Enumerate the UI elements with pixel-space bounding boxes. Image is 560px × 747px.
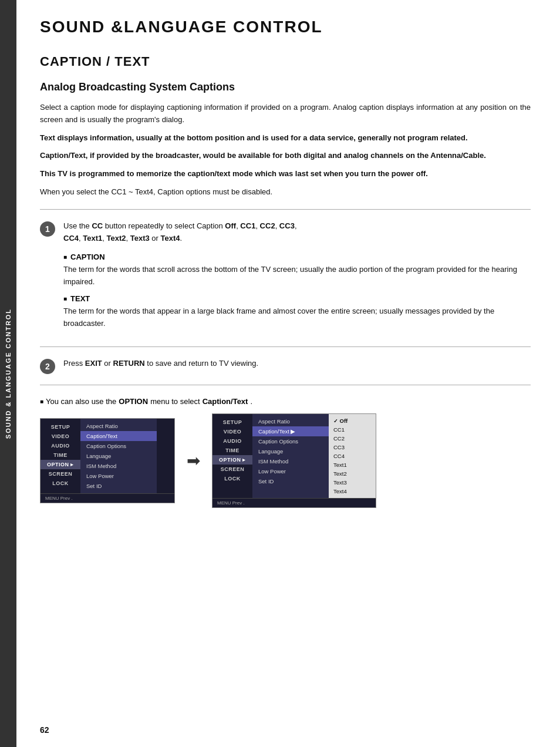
menu-item-option: OPTION ▸ — [41, 460, 80, 469]
step-2-text: Press EXIT or RETURN to save and return … — [63, 358, 531, 370]
submenu-text2: Text2 — [329, 469, 376, 478]
menu-right-captoptions: Caption Options — [80, 441, 157, 451]
tv-menu-2-left: SETUP VIDEO AUDIO TIME OPTION ▸ SCREEN L… — [212, 414, 252, 498]
paragraph-3: Caption/Text, if provided by the broadca… — [40, 150, 531, 162]
menu-right-caption: Caption/Text — [80, 431, 157, 441]
step-1: 1 Use the CC button repeatedly to select… — [40, 220, 531, 336]
text-term: TEXT The term for the words that appear … — [63, 294, 531, 330]
option-note: You can also use the OPTION menu to sele… — [40, 396, 531, 408]
tv-menu-2-middle: Aspect Ratio Caption/Text ▶ Caption Opti… — [252, 414, 329, 498]
menu-item-screen: SCREEN — [41, 469, 80, 479]
submenu-cc4: CC4 — [329, 452, 376, 460]
sidebar-label: SOUND & LANGUAGE CONTROL — [5, 308, 12, 439]
submenu-off: Off — [329, 416, 376, 425]
menu-screenshot-2: SETUP VIDEO AUDIO TIME OPTION ▸ SCREEN L… — [212, 413, 376, 508]
page-title: SOUND &LANGUAGE CONTROL — [40, 18, 531, 36]
tv-menu-1: SETUP VIDEO AUDIO TIME OPTION ▸ SCREEN L… — [40, 418, 175, 503]
tv-menu-2-bottom: MENU Prev . — [212, 498, 376, 507]
text-desc: The term for the words that appear in a … — [63, 305, 531, 330]
menu2-lock: LOCK — [212, 474, 252, 483]
caption-term: CAPTION The term for the words that scro… — [63, 253, 531, 288]
menu2-right-captoptions: Caption Options — [252, 436, 329, 446]
menu-item-video: VIDEO — [41, 432, 80, 441]
menu2-option: OPTION ▸ — [212, 455, 252, 465]
page-number: 62 — [40, 725, 49, 735]
menu2-right-language: Language — [252, 446, 329, 456]
menu2-setup: SETUP — [212, 418, 252, 427]
menu2-right-aspect: Aspect Ratio — [252, 416, 329, 426]
step-2-circle: 2 — [40, 359, 55, 374]
paragraph-2: Text displays information, usually at th… — [40, 132, 531, 144]
tv-menu-2-submenu: Off CC1 CC2 CC3 CC4 Text1 Text2 Text3 Te… — [329, 414, 376, 498]
step-2-content: Press EXIT or RETURN to save and return … — [63, 358, 531, 370]
step-1-circle: 1 — [40, 221, 55, 237]
menu-right-aspect: Aspect Ratio — [80, 421, 157, 431]
caption-label: CAPTION — [63, 253, 531, 261]
step-2: 2 Press EXIT or RETURN to save and retur… — [40, 358, 531, 374]
menu2-right-caption: Caption/Text ▶ — [252, 426, 329, 436]
menu-item-time: TIME — [41, 450, 80, 460]
menu2-audio: AUDIO — [212, 436, 252, 446]
submenu-text1: Text1 — [329, 460, 376, 469]
submenu-text4: Text4 — [329, 487, 376, 496]
paragraph-5: When you select the CC1 ~ Text4, Caption… — [40, 186, 531, 198]
paragraph-1: Select a caption mode for displaying cap… — [40, 102, 531, 126]
subsection-heading: Analog Broadcasting System Captions — [40, 81, 531, 93]
section-title: CAPTION / TEXT — [40, 54, 531, 69]
divider-2 — [40, 346, 531, 347]
step-1-text: Use the CC button repeatedly to select C… — [63, 220, 531, 245]
menu-right-setid: Set ID — [80, 481, 157, 491]
submenu-cc3: CC3 — [329, 443, 376, 452]
menu-right-ism: ISM Method — [80, 461, 157, 471]
submenu-text3: Text3 — [329, 478, 376, 487]
menu2-screen: SCREEN — [212, 465, 252, 474]
arrow-right-icon: ➡ — [187, 451, 200, 470]
submenu-cc1: CC1 — [329, 425, 376, 434]
tv-menu-1-left: SETUP VIDEO AUDIO TIME OPTION ▸ SCREEN L… — [41, 419, 80, 493]
caption-desc: The term for the words that scroll acros… — [63, 264, 531, 288]
tv-menu-1-right: Aspect Ratio Caption/Text Caption Option… — [80, 419, 157, 493]
tv-menu-2: SETUP VIDEO AUDIO TIME OPTION ▸ SCREEN L… — [212, 413, 376, 508]
submenu-cc2: CC2 — [329, 434, 376, 443]
menu-right-language: Language — [80, 451, 157, 461]
menu2-video: VIDEO — [212, 427, 252, 436]
step-1-content: Use the CC button repeatedly to select C… — [63, 220, 531, 336]
paragraph-4: This TV is programmed to memorize the ca… — [40, 168, 531, 180]
screenshots-row: SETUP VIDEO AUDIO TIME OPTION ▸ SCREEN L… — [40, 413, 531, 508]
menu2-right-lowpower: Low Power — [252, 466, 329, 476]
divider-3 — [40, 385, 531, 385]
footer: 62 — [16, 725, 49, 735]
menu-screenshot-1: SETUP VIDEO AUDIO TIME OPTION ▸ SCREEN L… — [40, 418, 175, 503]
tv-menu-1-bottom: MENU Prev . — [41, 493, 174, 503]
menu2-right-setid: Set ID — [252, 476, 329, 486]
menu-item-audio: AUDIO — [41, 441, 80, 450]
menu2-right-ism: ISM Method — [252, 456, 329, 466]
divider-1 — [40, 209, 531, 210]
menu-item-lock: LOCK — [41, 479, 80, 488]
text-label: TEXT — [63, 294, 531, 303]
menu-right-lowpower: Low Power — [80, 471, 157, 481]
menu-item-setup: SETUP — [41, 422, 80, 432]
menu2-time: TIME — [212, 446, 252, 455]
sidebar: SOUND & LANGUAGE CONTROL — [0, 0, 16, 747]
